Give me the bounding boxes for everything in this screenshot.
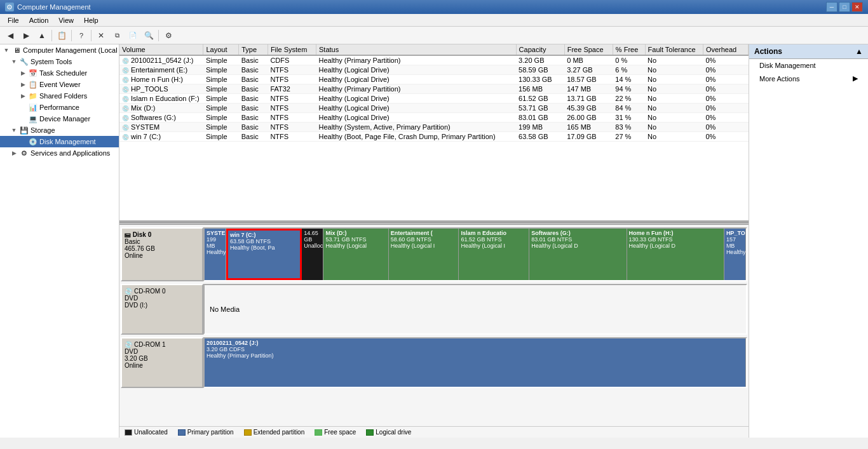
col-capacity[interactable]: Capacity — [516, 44, 564, 55]
col-faulttolerance[interactable]: Fault Tolerance — [645, 44, 703, 55]
disk-0-row: 🖴 Disk 0 Basic 465.76 GB Online SYSTEM 1… — [121, 227, 747, 281]
tree-item-storage[interactable]: ▼ 💾 Storage — [0, 124, 119, 136]
col-layout[interactable]: Layout — [203, 44, 239, 55]
table-cell: 0% — [703, 123, 748, 132]
tree-item-task-scheduler[interactable]: ▶ 📅 Task Scheduler — [0, 67, 119, 79]
cdrom-1-label: 💿 CD-ROM 1 DVD 3.20 GB Online — [121, 337, 203, 388]
actions-disk-mgmt[interactable]: Disk Management — [749, 59, 868, 72]
table-cell: No — [645, 65, 703, 75]
table-row[interactable]: 💿SYSTEMSimpleBasicNTFSHealthy (System, A… — [119, 123, 749, 132]
col-overhead[interactable]: Overhead — [703, 44, 748, 55]
table-cell: 199 MB — [516, 123, 564, 132]
tree-panel[interactable]: ▼ 🖥 Computer Management (Local ▼ 🔧 Syste… — [0, 44, 119, 438]
table-cell: 31 % — [613, 113, 645, 123]
legend-primary: Primary partition — [178, 429, 234, 436]
tree-item-device-manager[interactable]: 💻 Device Manager — [0, 113, 119, 124]
col-volume[interactable]: Volume — [119, 44, 203, 55]
device-manager-expander — [18, 114, 28, 124]
minimize-button[interactable]: ─ — [826, 2, 837, 12]
shared-folders-icon: 📁 — [28, 91, 38, 101]
partition-islam[interactable]: Islam n Educatio 61.52 GB NTFS Healthy (… — [459, 229, 529, 280]
table-cell: 0% — [703, 94, 748, 104]
menu-view[interactable]: View — [53, 15, 79, 25]
cdrom-1-row: 💿 CD-ROM 1 DVD 3.20 GB Online 20100211_0… — [121, 337, 747, 388]
table-cell: 💿SYSTEM — [119, 123, 203, 132]
col-filesystem[interactable]: File System — [268, 44, 316, 55]
table-cell: Basic — [239, 132, 268, 142]
partition-hptools[interactable]: HP_TO 157 MB Healthy — [724, 229, 746, 280]
actions-more[interactable]: More Actions ▶ — [749, 72, 868, 85]
legend-label-primary: Primary partition — [187, 429, 234, 436]
tree-item-system-tools[interactable]: ▼ 🔧 System Tools — [0, 56, 119, 67]
col-type[interactable]: Type — [239, 44, 268, 55]
titlebar-controls[interactable]: ─ □ ✕ — [826, 2, 863, 12]
tree-item-shared-folders[interactable]: ▶ 📁 Shared Folders — [0, 90, 119, 102]
table-row[interactable]: 💿Softwares (G:)SimpleBasicNTFSHealthy (L… — [119, 113, 749, 123]
toolbar-copy[interactable]: ⧉ — [109, 29, 125, 43]
table-cell: 💿Mix (D:) — [119, 104, 203, 113]
toolbar-search[interactable]: 🔍 — [141, 29, 156, 43]
tree-item-root[interactable]: ▼ 🖥 Computer Management (Local — [0, 44, 119, 56]
performance-icon: 📊 — [28, 102, 38, 112]
table-cell: 💿20100211_0542 (J:) — [119, 55, 203, 65]
event-viewer-expander[interactable]: ▶ — [18, 79, 28, 90]
disk-0-status: Online — [125, 252, 200, 259]
table-cell: NTFS — [268, 65, 316, 75]
toolbar-help[interactable]: ? — [74, 29, 89, 43]
table-row[interactable]: 💿Home n Fun (H:)SimpleBasicNTFSHealthy (… — [119, 75, 749, 84]
tree-item-event-viewer[interactable]: ▶ 📋 Event Viewer — [0, 79, 119, 90]
tree-item-performance[interactable]: 📊 Performance — [0, 102, 119, 113]
task-scheduler-expander[interactable]: ▶ — [18, 68, 28, 78]
col-status[interactable]: Status — [316, 44, 517, 55]
close-button[interactable]: ✕ — [851, 2, 863, 12]
table-row[interactable]: 💿Islam n Education (F:)SimpleBasicNTFSHe… — [119, 94, 749, 104]
toolbar-settings[interactable]: ⚙ — [161, 29, 176, 43]
table-cell: 💿Islam n Education (F:) — [119, 94, 203, 104]
menu-help[interactable]: Help — [79, 15, 104, 25]
tree-item-services[interactable]: ▶ ⚙ Services and Applications — [0, 147, 119, 159]
partition-cdrom1-main[interactable]: 20100211_0542 (J:) 3.20 GB CDFS Healthy … — [205, 338, 746, 387]
disk-table: Volume Layout Type File System Status Ca… — [119, 44, 749, 142]
table-cell: NTFS — [268, 75, 316, 84]
system-tools-icon: 🔧 — [19, 57, 29, 67]
table-cell: Healthy (Logical Drive) — [316, 75, 517, 84]
partition-softwares[interactable]: Softwares (G:) 83.01 GB NTFS Healthy (Lo… — [529, 229, 627, 280]
table-cell: Simple — [203, 75, 239, 84]
maximize-button[interactable]: □ — [839, 2, 850, 12]
toolbar-up[interactable]: ▲ — [34, 29, 50, 43]
table-cell: No — [645, 84, 703, 94]
table-cell: Basic — [239, 94, 268, 104]
partition-mix[interactable]: Mix (D:) 53.71 GB NTFS Healthy (Logical — [323, 229, 388, 280]
menu-action[interactable]: Action — [24, 15, 54, 25]
toolbar-show-hide[interactable]: 📋 — [54, 29, 69, 43]
table-cell: 45.39 GB — [564, 104, 613, 113]
table-cell: 147 MB — [564, 84, 613, 94]
toolbar-paste[interactable]: 📄 — [125, 29, 140, 43]
toolbar-forward[interactable]: ▶ — [18, 29, 34, 43]
services-expander[interactable]: ▶ — [9, 148, 19, 158]
partition-homenfun[interactable]: Home n Fun (H:) 130.33 GB NTFS Healthy (… — [627, 229, 724, 280]
partition-win7[interactable]: win 7 (C:) 63.58 GB NTFS Healthy (Boot, … — [226, 229, 302, 280]
table-row[interactable]: 💿Entertainment (E:)SimpleBasicNTFSHealth… — [119, 65, 749, 75]
shared-folders-expander[interactable]: ▶ — [18, 91, 28, 101]
partition-unallocated[interactable]: 14.65 GB Unallocated — [302, 229, 323, 280]
table-row[interactable]: 💿20100211_0542 (J:)SimpleBasicCDFSHealth… — [119, 55, 749, 65]
table-cell: Basic — [239, 75, 268, 84]
menu-file[interactable]: File — [3, 15, 24, 25]
partition-entertainment[interactable]: Entertainment ( 58.60 GB NTFS Healthy (L… — [389, 229, 459, 280]
toolbar-x[interactable]: ✕ — [93, 29, 109, 43]
actions-panel: Actions ▲ Disk Management More Actions ▶ — [749, 44, 868, 438]
root-expander[interactable]: ▼ — [1, 45, 11, 55]
partition-system[interactable]: SYSTEM 199 MB Healthy — [205, 229, 226, 280]
col-freespace[interactable]: Free Space — [564, 44, 613, 55]
disk-table-container[interactable]: Volume Layout Type File System Status Ca… — [119, 44, 749, 222]
system-tools-expander[interactable]: ▼ — [9, 57, 19, 67]
table-row[interactable]: 💿Mix (D:)SimpleBasicNTFSHealthy (Logical… — [119, 104, 749, 113]
toolbar-back[interactable]: ◀ — [3, 29, 18, 43]
col-percentfree[interactable]: % Free — [613, 44, 645, 55]
table-row[interactable]: 💿HP_TOOLSSimpleBasicFAT32Healthy (Primar… — [119, 84, 749, 94]
table-row[interactable]: 💿win 7 (C:)SimpleBasicNTFSHealthy (Boot,… — [119, 132, 749, 142]
storage-expander[interactable]: ▼ — [9, 125, 19, 135]
table-cell: Simple — [203, 94, 239, 104]
tree-item-disk-management[interactable]: 💿 Disk Management — [0, 136, 119, 147]
